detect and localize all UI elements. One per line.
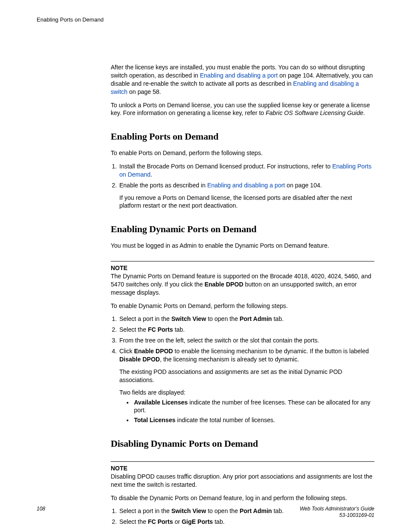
sec2-steps: Select a port in the Switch View to open…	[111, 315, 374, 424]
sec3-note-body: Disabling DPOD causes traffic disruption…	[111, 473, 374, 489]
link-enable-disable-port[interactable]: Enabling and disabling a port	[200, 72, 278, 79]
text: to enable the licensing mechanism to be …	[173, 348, 369, 355]
text: Install the Brocade Ports on Demand lice…	[119, 163, 332, 170]
sec2-note-body: The Dynamic Ports on Demand feature is s…	[111, 272, 374, 297]
text: Select the	[119, 326, 148, 333]
sec1-lead: To enable Ports on Demand, perform the f…	[111, 149, 374, 157]
sec1-step-2-aux: If you remove a Ports on Demand license,…	[119, 194, 374, 210]
text: tab.	[173, 326, 185, 333]
main-content: After the license keys are installed, yo…	[111, 63, 374, 526]
sec2-step-4-aux2: Two fields are displayed:	[119, 389, 374, 397]
text: Select a port in the	[119, 315, 171, 322]
sec1-step-1: Install the Brocade Ports on Demand lice…	[118, 162, 374, 179]
bullet-total-licenses: Total Licenses indicate the total number…	[133, 416, 374, 424]
sec2-step-2: Select the FC Ports tab.	[118, 326, 374, 334]
sec3-step-2: Select the FC Ports or GigE Ports tab.	[118, 518, 374, 526]
note-rule	[111, 261, 374, 261]
sec3-lead: To disable the Dynamic Ports on Demand f…	[111, 494, 374, 502]
text: or	[173, 518, 182, 525]
text: Enable the ports as described in	[119, 182, 207, 189]
ui-gige-ports: GigE Ports	[182, 518, 213, 525]
note-heading: NOTE	[111, 464, 374, 473]
ui-switch-view: Switch View	[171, 315, 206, 322]
intro-para-2: To unlock a Ports on Demand license, you…	[111, 101, 374, 118]
intro-para-1: After the license keys are installed, yo…	[111, 63, 374, 96]
label: Total Licenses	[134, 417, 175, 423]
text: tab.	[213, 518, 224, 525]
text: indicate the total number of licenses.	[175, 417, 275, 423]
text: Select the	[119, 518, 148, 525]
sec2-step-1: Select a port in the Switch View to open…	[118, 315, 374, 323]
page-footer: 108 Web Tools Administrator's Guide 53-1…	[37, 506, 374, 519]
ui-fc-ports: FC Ports	[148, 518, 173, 525]
footer-doc-title: Web Tools Administrator's Guide	[300, 506, 374, 513]
sec2-lead2: To enable Dynamic Ports on Demand, perfo…	[111, 302, 374, 310]
text: Click	[119, 348, 134, 355]
ui-enable-dpod: Enable DPOD	[205, 281, 243, 288]
sec1-step-2: Enable the ports as described in Enablin…	[118, 181, 374, 210]
note-rule	[111, 461, 374, 462]
sec2-fields: Available Licenses indicate the number o…	[119, 398, 374, 425]
text: on page 104.	[285, 182, 322, 189]
heading-enabling-dpod: Enabling Dynamic Ports on Demand	[111, 223, 374, 236]
heading-disabling-dpod: Disabling Dynamic Ports on Demand	[111, 437, 374, 450]
doc-title-ref: Fabric OS Software Licensing Guide	[266, 109, 363, 116]
footer-doc-number: 53-1003169-01	[300, 512, 374, 519]
ui-enable-dpod: Enable DPOD	[134, 348, 173, 355]
text: to open the	[206, 315, 240, 322]
page-number: 108	[37, 506, 45, 512]
text: .	[150, 171, 152, 178]
text: .	[363, 109, 365, 116]
sec2-step-3: From the tree on the left, select the sw…	[118, 336, 374, 345]
sec1-steps: Install the Brocade Ports on Demand lice…	[111, 162, 374, 210]
ui-disable-dpod: Disable DPOD	[119, 356, 160, 363]
label: Available Licenses	[134, 399, 188, 406]
ui-fc-ports: FC Ports	[148, 326, 173, 333]
text: on page 58.	[128, 88, 161, 95]
link-enable-disable-port-2[interactable]: Enabling and disabling a port	[207, 182, 285, 189]
running-head: Enabling Ports on Demand	[37, 16, 374, 23]
text: , the licensing mechanism is already set…	[160, 356, 299, 363]
sec2-step-4-aux1: The existing POD associations and assign…	[119, 368, 374, 384]
text: tab.	[272, 315, 283, 322]
heading-enabling-pod: Enabling Ports on Demand	[111, 130, 374, 143]
sec2-lead: You must be logged in as Admin to enable…	[111, 242, 374, 250]
note-heading: NOTE	[111, 264, 374, 272]
bullet-available-licenses: Available Licenses indicate the number o…	[133, 398, 374, 415]
ui-port-admin: Port Admin	[240, 315, 272, 322]
sec2-step-4: Click Enable DPOD to enable the licensin…	[118, 347, 374, 424]
